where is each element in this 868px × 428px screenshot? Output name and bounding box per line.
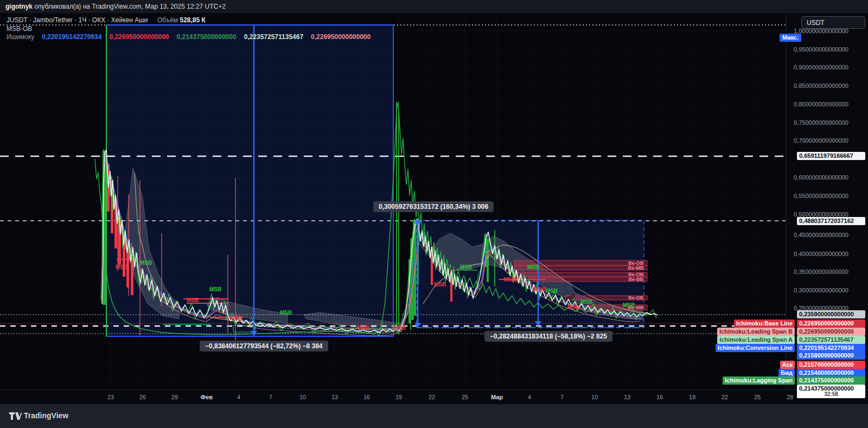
ichimoku-label: Ишимоку — [7, 33, 34, 41]
time-axis-label[interactable]: 4 — [237, 394, 240, 400]
price-tick-label: 0,750000000000000 — [794, 119, 848, 126]
ichimoku-value-3: 0,214375000000000 — [177, 33, 237, 41]
symbol-header[interactable]: JUSDT · Jambo/Tether · 1Ч · ОКХ · Хейкен… — [7, 16, 206, 24]
measure-tooltip-1: 0,300592763153172 (160,34%) 3 006 — [373, 201, 494, 212]
share-username: gigotnyk — [5, 3, 33, 10]
time-axis-label[interactable]: 16 — [656, 394, 663, 400]
time-axis-label[interactable]: 22 — [722, 394, 728, 400]
time-axis-label[interactable]: 7 — [269, 394, 272, 400]
price-tick-label: 0,400000000000000 — [794, 251, 848, 257]
price-badge-value: 0,226950000000000 — [797, 320, 865, 328]
ichimoku-value-4: 0,223572571135467 — [244, 33, 303, 41]
max-price-badge[interactable]: Макс. — [780, 34, 801, 42]
msb-label: MSB — [357, 325, 369, 331]
measure-tooltip-3: −0,282488431834118 (−58,18%) −2 825 — [484, 331, 612, 342]
zone-label: Be-MB — [628, 265, 644, 271]
time-axis-label[interactable]: Фев — [201, 394, 213, 400]
time-axis-label[interactable]: 10 — [591, 394, 598, 400]
price-tick-label: 0,800000000000000 — [794, 101, 848, 107]
time-axis-label[interactable]: 16 — [363, 394, 370, 400]
time-axis-label[interactable]: 22 — [429, 394, 435, 400]
share-bar: gigotnyk опубликовал(а) на TradingView.c… — [0, 0, 868, 14]
price-badge-value: 0,215400000000000 — [797, 369, 865, 377]
time-axis-label[interactable]: 25 — [754, 394, 761, 400]
price-badge-value: 0,220195142270934 — [797, 344, 865, 352]
price-tick-label: 0,300000000000000 — [794, 287, 848, 293]
supply-zone — [514, 272, 647, 277]
time-axis-label[interactable]: 4 — [528, 394, 531, 400]
ichimoku-value-2: 0,226950000000000 — [109, 33, 169, 41]
price-tick-label: 0,900000000000000 — [794, 64, 848, 71]
time-axis-label[interactable]: 10 — [299, 394, 306, 400]
price-badge-value: 0,214375000000000 — [797, 376, 865, 385]
tradingview-snapshot: gigotnyk опубликовал(а) на TradingView.c… — [0, 0, 868, 428]
time-axis-label[interactable]: 26 — [139, 394, 146, 400]
price-badge-row: 0,488037172037162 — [797, 217, 865, 225]
time-axis-label[interactable]: 7 — [560, 394, 564, 400]
msb-label: MSB — [527, 264, 539, 270]
msb-label: MSB — [623, 302, 635, 308]
volume-value: 528,85 К — [180, 16, 205, 24]
price-badge-row: Ichimoku:Lagging Span0,214375000000000 — [723, 376, 865, 385]
share-text: опубликовал(а) на TradingView.com, Мар 1… — [33, 3, 226, 10]
candle-up — [487, 239, 489, 282]
price-badge-label: Бид — [778, 369, 795, 377]
indicator-ichimoku[interactable]: Ишимоку 0,2201951422709340,2269500000000… — [7, 33, 371, 41]
msb-label: MSB — [116, 264, 127, 270]
msb-label: MSB — [580, 299, 592, 305]
msb-label: MSB — [546, 288, 558, 294]
zone-label: Be-OB — [628, 295, 644, 301]
time-axis-label[interactable]: 25 — [462, 394, 468, 400]
price-badge-row: 0,235900000000000 — [797, 310, 865, 318]
price-tick-label: 0,550000000000000 — [794, 193, 848, 199]
price-badge-label: Ichimoku:Leading Span B — [717, 328, 795, 336]
price-tick-label: 0,600000000000000 — [794, 174, 848, 181]
tradingview-brand-text[interactable]: TradingView — [24, 411, 68, 420]
price-badge-row: Аск0,215700000000000 — [780, 361, 865, 369]
price-badge-row: 0,659111979166667 — [797, 152, 865, 160]
msb-label: MSB — [460, 264, 472, 270]
price-badge-label: Аск — [780, 361, 795, 369]
time-axis[interactable]: 232629Фев47101316192225Мар47101316192225… — [0, 389, 868, 404]
time-axis-label[interactable]: 29 — [171, 394, 178, 400]
time-axis-label[interactable]: 13 — [624, 394, 630, 400]
price-badge-label: Ichimoku:Conversion Line — [716, 344, 795, 352]
msb-label: MSB — [280, 310, 292, 316]
price-badge-row: Ichimoku:Leading Span B0,226950000000000 — [717, 328, 865, 336]
price-badge-value: 0,223572571135467 — [797, 336, 865, 344]
price-tick-label: 0,350000000000000 — [794, 269, 848, 275]
price-badge-value: 0,235900000000000 — [797, 310, 865, 318]
time-axis-label[interactable]: Мар — [491, 394, 503, 400]
currency-selector[interactable]: USDT — [801, 16, 865, 29]
symbol-title[interactable]: JUSDT · Jambo/Tether · 1Ч · ОКХ · Хейкен… — [7, 16, 148, 24]
msb-label: MSB — [567, 304, 579, 310]
ichimoku-value-5: 0,226950000000000 — [311, 33, 371, 41]
price-tick-label: 0,450000000000000 — [794, 232, 848, 238]
time-axis-label[interactable]: 19 — [689, 394, 695, 400]
price-badge-row: 0,21437500000000032:58 — [797, 385, 865, 398]
time-axis-label[interactable]: 13 — [331, 394, 338, 400]
msb-label: MSB — [534, 286, 546, 292]
msb-label: MSB — [209, 286, 221, 292]
indicator-msb-ob[interactable]: MSB-OB — [7, 25, 32, 33]
price-badge-row: Ichimoku:Leading Span A0,223572571135467 — [717, 336, 865, 344]
volume-label: Объём — [157, 16, 178, 24]
time-axis-label[interactable]: 23 — [107, 394, 114, 400]
time-axis-label[interactable]: 28 — [787, 394, 793, 400]
chart-panel[interactable]: Be-OBBe-MBBe-OBBe-BBBe-OBBe-MBMSBMSBMSBM… — [0, 14, 786, 389]
footer-bar: TradingView — [0, 404, 868, 428]
msb-label: MSB — [140, 260, 152, 266]
price-tick-label: 0,700000000000000 — [794, 137, 848, 144]
price-tick-label: 0,950000000000000 — [794, 46, 848, 53]
price-tick-label: 0,850000000000000 — [794, 82, 848, 89]
price-badge-value: 0,226950000000000 — [797, 328, 865, 336]
price-badge-label: Ichimoku:Leading Span A — [717, 336, 795, 344]
tradingview-logo-icon[interactable] — [9, 412, 22, 420]
price-badge-label: Ichimoku:Lagging Span — [723, 376, 795, 385]
countdown-timer: 32:58 — [799, 392, 863, 397]
price-badge-value: 0,659111979166667 — [797, 152, 865, 160]
price-badge-value: 0,488037172037162 — [797, 217, 865, 225]
msb-label: MSB — [394, 325, 406, 331]
time-axis-label[interactable]: 19 — [395, 394, 402, 400]
price-badge-row: 0,215800000000000 — [797, 352, 865, 360]
